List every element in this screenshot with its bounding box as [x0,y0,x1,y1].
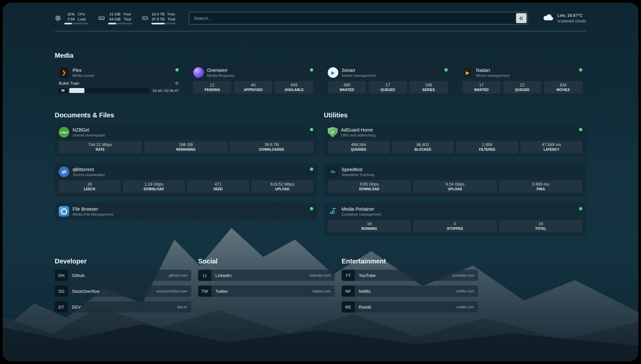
section-title-social: Social [198,258,335,265]
bookmark-github[interactable]: GH Github github.com [55,270,191,281]
service-card-sonarr[interactable]: ▶ Sonarr Series management 485 WANTED [324,64,452,97]
memory-progress-bar [108,23,133,24]
disk-total-label: Total [168,17,176,21]
memory-progress-fill [108,23,116,24]
cpu-progress-bar [64,23,89,24]
bookmark-url: netflix.com [456,289,474,293]
bookmark-name: YouTube [359,273,376,278]
bookmark-url: github.com [169,273,187,277]
stat-value: 945 [276,83,313,87]
bookmark-url: stackoverflow.com [156,289,187,293]
stat-tile: 471 SEED [187,180,249,193]
bookmark-netflix[interactable]: NF Netflix netflix.com [342,286,478,297]
stat-label: UPLOAD [414,187,496,191]
bookmark-group-developer: Developer GH Github github.com SO StackO… [55,258,191,317]
stat-label: DOWNLOADED [231,148,313,151]
memory-widget: 21 GiB Free 64 GiB Total [98,12,133,24]
stat-tile: 47.569 ms LATENCY [521,141,582,153]
stat-value: 40 [235,83,272,87]
stat-label: BLOCKED [393,148,453,151]
section-documents: Documents & Files nzbget NZBGet Usenet d… [55,111,317,220]
service-card-speedtest[interactable]: Speedtest Speedtest Tracking 9.65 Gbps D… [324,163,586,196]
status-online-dot [310,128,313,131]
stat-tile: 0.993 ms PING [499,180,582,193]
service-card-plex[interactable]: ❯ Plex Media server Bullet Train ⚙ [55,64,183,97]
stat-tile: 498,564 QUERIES [328,141,389,153]
pause-icon [59,88,67,93]
plex-icon: ❯ [59,67,69,78]
service-card-adguard[interactable]: ✓ AdGuard Home DNS and adblocking 498,56… [324,124,586,157]
stat-label: SERIES [410,88,447,92]
service-card-radarr[interactable]: ▶ Radarr Movie management 17 WANTED [458,64,586,97]
nzbget-icon: nzbget [59,127,69,137]
status-online-dot [579,207,582,210]
service-name: qBittorrent [73,167,105,172]
section-title-utilities: Utilities [324,111,586,119]
weather-text: Lviv, 16.87°C scattered clouds [558,13,586,24]
stat-tile: 618.52 Mbps UPLOAD [252,180,313,193]
service-card-filebrowser[interactable]: File Browser Media File Management [55,203,317,220]
search-input[interactable] [189,12,528,24]
gear-icon[interactable]: ⚙ [175,81,179,86]
cpu-widget: 31% CPU 2.94 Load [55,12,89,24]
stat-tile: 485 WANTED [328,81,366,94]
stat-value: 2,956 [457,142,517,147]
disk-drive-icon [142,15,148,21]
service-desc: Container management [342,212,381,216]
stat-value: 0 [414,222,496,226]
service-card-portainer[interactable]: Media Portainer Container management 16 … [324,203,586,236]
bookmark-abbr: SO [55,286,68,297]
service-card-qbittorrent[interactable]: qb qBittorrent Torrent downloader 16 LEE… [55,163,317,196]
stat-tile: 834 MOVIES [544,81,582,94]
section-utilities: Utilities ✓ AdGuard Home DNS and adblock… [324,111,586,236]
service-card-nzbget[interactable]: nzbget NZBGet Usenet downloader 744.21 M… [55,124,317,157]
search-bar: G [189,12,528,24]
stat-tile: 16 TOTAL [499,220,582,232]
stat-label: TOTAL [500,227,582,230]
disk-total-value: 97.9 TB [151,17,165,21]
stat-label: PING [500,187,582,191]
bookmark-name: Reddit [359,305,371,310]
memory-stats: 21 GiB Free 64 GiB Total [108,12,133,24]
bookmark-name: LinkedIn [215,273,231,278]
memory-ram-icon [98,15,105,21]
stat-label: LATENCY [521,148,582,151]
service-name: Speedtest [342,167,374,172]
disk-progress-fill [151,23,165,24]
section-title-entertainment: Entertainment [342,258,478,265]
top-bar: 31% CPU 2.94 Load [55,12,586,24]
bookmark-stackoverflow[interactable]: SO StackOverflow stackoverflow.com [55,286,191,297]
service-card-overseerr[interactable]: Overseerr Media Requests 21 PENDING 40 A… [189,64,317,97]
stat-value: 744.21 Mbps [59,142,141,147]
bookmark-twitter[interactable]: TW Twitter twitter.com [198,286,335,297]
service-name: Radarr [476,68,509,73]
service-desc: Movie management [476,74,509,77]
bookmark-url: reddit.com [456,305,474,309]
bookmark-dev[interactable]: DT DEV dev.to [55,301,191,313]
stat-tile: 17 WANTED [462,81,501,94]
service-name: Media Portainer [342,206,381,212]
playback-progress-bar [69,88,149,93]
memory-free-label: Free [124,12,133,16]
stat-label: SEED [188,187,248,191]
status-online-dot [175,68,179,72]
stat-value: 9.65 Gbps [328,182,410,187]
stat-tile: 9.24 Gbps UPLOAD [413,180,497,193]
bookmark-name: Netflix [359,289,371,294]
stat-value: 86,401 [393,142,453,147]
cloud-icon [542,13,554,23]
memory-total-value: 64 GiB [108,17,121,21]
stat-value: 22 [504,83,541,87]
stat-tile: 86,401 BLOCKED [392,141,454,153]
bookmark-youtube[interactable]: YT YouTube youtube.com [342,270,478,281]
bookmark-linkedin[interactable]: LI LinkedIn linkedin.com [198,270,335,281]
disk-free-value: 52.4 TB [151,12,165,16]
status-online-dot [579,68,582,72]
search-engine-button[interactable]: G [516,13,527,23]
now-playing-title: Bullet Train [59,81,79,86]
service-desc: Torrent downloader [73,173,105,177]
service-name: AdGuard Home [341,127,376,133]
bookmark-reddit[interactable]: RE Reddit reddit.com [342,301,478,313]
stat-label: REMAINING [145,148,227,151]
weather-condition: scattered clouds [558,18,586,24]
